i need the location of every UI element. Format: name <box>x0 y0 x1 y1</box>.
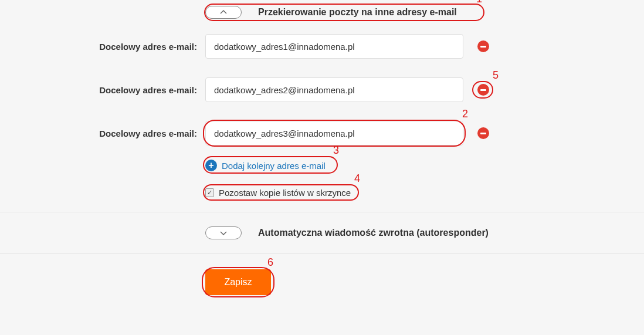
forward-email-input[interactable] <box>205 121 463 145</box>
forwarding-section-title: Przekierowanie poczty na inne adresy e-m… <box>258 7 457 18</box>
keep-copy-checkbox[interactable]: ✓ <box>205 188 214 197</box>
annotation-3-label: 3 <box>333 144 339 157</box>
chevron-down-icon <box>219 230 228 236</box>
forward-row: Docelowy adres e-mail: 2 <box>0 111 644 155</box>
keep-copy-label: Pozostaw kopie listów w skrzynce <box>219 188 351 198</box>
add-email-label: Dodaj kolejny adres e-mail <box>222 161 326 171</box>
forwarding-section: Przekierowanie poczty na inne adresy e-m… <box>0 0 644 212</box>
remove-email-button[interactable] <box>477 84 489 96</box>
form-footer: Zapisz 6 <box>0 254 644 301</box>
forward-row-label: Docelowy adres e-mail: <box>0 85 205 95</box>
chevron-up-icon <box>219 9 228 15</box>
annotation-2-label: 2 <box>462 108 468 120</box>
autoresponder-section-header: Automatyczna wiadomość zwrotna (autoresp… <box>0 212 644 253</box>
annotation-6-label: 6 <box>267 256 273 269</box>
add-email-button[interactable]: + Dodaj kolejny adres e-mail <box>205 160 326 171</box>
forward-row: Docelowy adres e-mail: 5 <box>0 68 644 111</box>
forward-row: Docelowy adres e-mail: <box>0 25 644 68</box>
forward-email-input[interactable] <box>205 77 463 102</box>
plus-icon: + <box>205 160 217 171</box>
forward-email-input[interactable] <box>205 34 463 59</box>
forward-row-label: Docelowy adres e-mail: <box>0 42 205 52</box>
forward-row-body: 5 <box>205 77 489 102</box>
autoresponder-section: Automatyczna wiadomość zwrotna (autoresp… <box>0 212 644 254</box>
forwarding-toggle-collapse[interactable] <box>205 6 242 19</box>
remove-email-button[interactable] <box>477 127 489 139</box>
forward-row-body <box>205 34 489 59</box>
autoresponder-toggle-expand[interactable] <box>205 226 242 239</box>
autoresponder-section-title: Automatyczna wiadomość zwrotna (autoresp… <box>258 228 489 238</box>
forward-row-body: 2 <box>205 121 489 145</box>
save-button[interactable]: Zapisz <box>205 269 271 295</box>
add-email-row: + Dodaj kolejny adres e-mail 3 <box>0 155 644 178</box>
keep-copy-row: ✓ Pozostaw kopie listów w skrzynce 4 <box>0 178 644 212</box>
remove-email-button[interactable] <box>477 40 489 52</box>
forwarding-section-header: Przekierowanie poczty na inne adresy e-m… <box>0 0 644 25</box>
annotation-5-label: 5 <box>493 69 499 82</box>
annotation-4-label: 4 <box>354 172 360 185</box>
annotation-1-label: 1 <box>476 0 482 5</box>
forward-row-label: Docelowy adres e-mail: <box>0 128 205 138</box>
